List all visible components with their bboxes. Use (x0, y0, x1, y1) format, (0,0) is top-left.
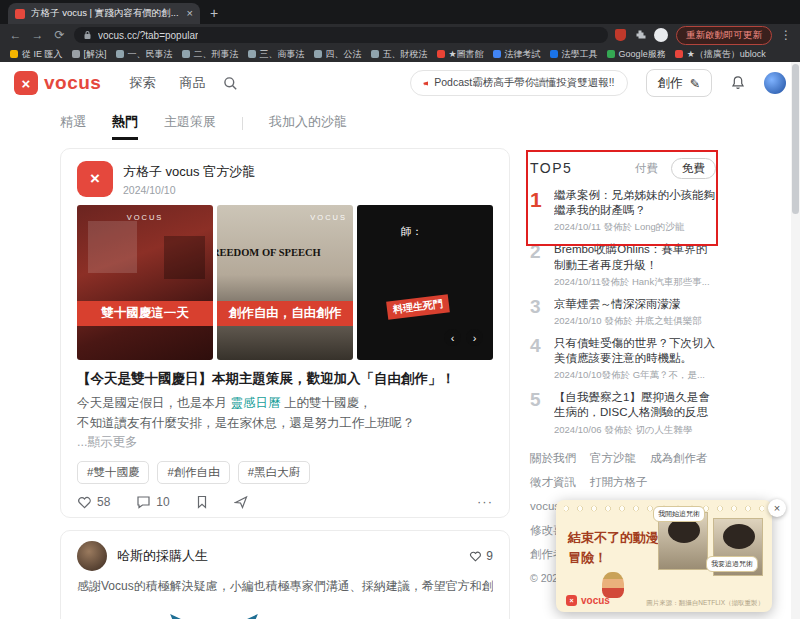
top5-item-title[interactable]: 繼承案例：兄弟姊妹的小孩能夠繼承我的財產嗎？ (554, 188, 716, 218)
header-nav: 探索 商品 (129, 74, 205, 92)
page-scrollbar-thumb[interactable] (792, 64, 799, 214)
address-bar[interactable]: vocus.cc/?tab=popular (74, 27, 608, 43)
tab-popular[interactable]: 熱門 (112, 113, 138, 140)
nav-explore[interactable]: 探索 (129, 74, 155, 92)
bookmark-favicon (607, 50, 615, 58)
bookmark-folder-icon (116, 50, 124, 58)
promo-search-banner[interactable]: Podcast霸榜高手帶你讀懂投資雙週報!! (410, 70, 628, 96)
body-text: 今天是國定假日，也是本月 (77, 396, 230, 410)
comment-icon (136, 495, 151, 509)
post-image-cat[interactable] (99, 603, 329, 619)
carousel-image-2[interactable]: VOCUS REEDOM OF SPEECH 創作自由，自由創作 (217, 205, 353, 360)
footer-link-open-vocus[interactable]: 打開方格子 (590, 475, 648, 490)
notifications-bell-icon[interactable] (730, 75, 746, 91)
bookmark-item[interactable]: 從 IE 匯入 (10, 48, 63, 61)
bookmark-label: 五、財稅法 (383, 48, 428, 61)
image-caption-band: 創作自由，自由創作 (217, 301, 353, 326)
carousel-prev-icon[interactable]: ‹ (444, 329, 461, 346)
tab-my-salons[interactable]: 我加入的沙龍 (269, 113, 347, 140)
extensions-puzzle-icon[interactable] (634, 29, 646, 41)
feed-tabs: 精選 熱門 主題策展 我加入的沙龍 (60, 104, 347, 140)
footer-link-official-salon[interactable]: 官方沙龍 (590, 451, 636, 466)
inspiration-calendar-link[interactable]: 靈感日曆 (230, 396, 280, 410)
top5-tab-paid[interactable]: 付費 (635, 161, 658, 176)
bookmark-item[interactable]: 法律考試 (493, 48, 541, 61)
reload-icon[interactable]: ⟳ (52, 28, 67, 42)
bookmark-label: 法律考試 (505, 48, 541, 61)
top5-item[interactable]: 3 京華煙雲～情深深雨濛濛 2024/10/10 發佈於 井底之蛙俱樂部 (530, 297, 716, 328)
bookmark-item[interactable]: ★圖書館 (437, 48, 484, 61)
author-avatar[interactable] (77, 541, 107, 571)
bookmark-item[interactable]: 二、刑事法 (182, 48, 239, 61)
author-avatar[interactable]: × (77, 161, 113, 197)
user-avatar[interactable] (764, 72, 786, 94)
rank-number: 1 (530, 188, 546, 234)
tag-chip[interactable]: #創作自由 (157, 461, 229, 484)
share-button[interactable] (234, 495, 248, 509)
carousel-image-1[interactable]: VOCUS 雙十國慶這一天 (77, 205, 213, 360)
bookmark-item[interactable]: Google服務 (607, 48, 666, 61)
top5-item-title[interactable]: Brembo收購Öhlins：賽車界的制動王者再度升級！ (554, 242, 716, 272)
tag-chip[interactable]: #黑白大廚 (238, 461, 310, 484)
new-tab-button[interactable]: + (210, 5, 218, 21)
browser-tab[interactable]: 方格子 vocus | 實踐內容有價的創... × (8, 3, 200, 24)
tab-featured[interactable]: 精選 (60, 113, 86, 140)
footer-link-jobs[interactable]: 徵才資訊 (530, 475, 576, 490)
bookmark-item[interactable]: ★（擋廣告）ublock (675, 48, 766, 61)
popup-close-icon[interactable]: × (768, 499, 786, 517)
post-image-carousel[interactable]: VOCUS 雙十國慶這一天 VOCUS REEDOM OF SPEECH 創作自… (77, 205, 493, 360)
browser-update-button[interactable]: 重新啟動即可更新 (676, 26, 772, 45)
vocus-logo[interactable]: × vocus (14, 71, 101, 95)
author-name[interactable]: 方格子 vocus 官方沙龍 (123, 163, 255, 181)
footer-link-about[interactable]: 關於我們 (530, 451, 576, 466)
popup-image-source: 圖片來源：翻攝自NETFLIX（擷取重製） (646, 599, 764, 608)
bookmark-item[interactable]: 四、公法 (314, 48, 362, 61)
like-button[interactable]: 9 (469, 549, 493, 563)
top5-item-meta: 2024/10/10 發佈於 井底之蛙俱樂部 (554, 315, 702, 328)
top5-item[interactable]: 2 Brembo收購Öhlins：賽車界的制動王者再度升級！ 2024/10/1… (530, 242, 716, 288)
create-button[interactable]: 創作 ✎ (646, 69, 712, 97)
top5-item-title[interactable]: 只有債蛙受傷的世界？下次切入美債應該要注意的時機點。 (554, 336, 716, 366)
top5-item[interactable]: 1 繼承案例：兄弟姊妹的小孩能夠繼承我的財產嗎？ 2024/10/11 發佈於 … (530, 188, 716, 234)
bookmark-label: 二、刑事法 (194, 48, 239, 61)
page-scrollbar-track[interactable] (791, 62, 800, 619)
ad-popup[interactable]: 結束不了的動漫冒險！ 我開始追咒術 我要追過咒術 × vocus 圖片來源：翻攝… (556, 500, 772, 612)
bookmark-item[interactable]: [解決] (72, 48, 107, 61)
browser-menu-icon[interactable]: ⋮ (780, 28, 792, 42)
bookmark-item[interactable]: 三、商事法 (248, 48, 305, 61)
show-more-link[interactable]: ...顯示更多 (77, 434, 493, 451)
top5-list: 1 繼承案例：兄弟姊妹的小孩能夠繼承我的財產嗎？ 2024/10/11 發佈於 … (530, 188, 716, 437)
bookmark-button[interactable] (196, 495, 208, 509)
top5-item-title[interactable]: 京華煙雲～情深深雨濛濛 (554, 297, 702, 312)
footer-link-become-creator[interactable]: 成為創作者 (650, 451, 708, 466)
back-icon[interactable]: ← (8, 28, 23, 42)
bookmark-label: 三、商事法 (260, 48, 305, 61)
create-button-label: 創作 (658, 75, 683, 92)
body-text: 不知道讀友有什麼安排，是在家休息，還是努力工作上班呢？ (77, 416, 415, 430)
tab-close-icon[interactable]: × (187, 8, 193, 19)
nav-shop[interactable]: 商品 (179, 74, 205, 92)
author-name[interactable]: 哈斯的採購人生 (117, 547, 208, 565)
forward-icon[interactable]: → (30, 28, 45, 42)
top5-item-meta: 2024/10/06 發佈於 切の人生雜學 (554, 424, 716, 437)
ublock-extension-icon[interactable] (615, 29, 626, 41)
top5-item[interactable]: 4 只有債蛙受傷的世界？下次切入美債應該要注意的時機點。 2024/10/10發… (530, 336, 716, 382)
top5-item[interactable]: 5 【自我覺察之1】壓抑過久是會生病的，DISC人格測驗的反思 2024/10/… (530, 390, 716, 436)
bookmark-item[interactable]: 一、民事法 (116, 48, 173, 61)
bookmark-item[interactable]: 五、財稅法 (371, 48, 428, 61)
post-title[interactable]: 【今天是雙十國慶日】本期主題策展，歡迎加入「自由創作」！ (77, 370, 493, 388)
browser-profile-avatar[interactable] (654, 28, 668, 42)
top5-item-title[interactable]: 【自我覺察之1】壓抑過久是會生病的，DISC人格測驗的反思 (554, 390, 716, 420)
carousel-next-icon[interactable]: › (466, 329, 483, 346)
collage-block (88, 221, 137, 274)
like-button[interactable]: 58 (77, 495, 110, 509)
address-row: ← → ⟳ vocus.cc/?tab=popular 重新啟動即可更新 ⋮ (0, 24, 800, 46)
comment-button[interactable]: 10 (136, 495, 169, 509)
tag-chip[interactable]: #雙十國慶 (77, 461, 149, 484)
top5-tab-free[interactable]: 免費 (671, 158, 716, 179)
tab-curation[interactable]: 主題策展 (164, 113, 216, 140)
post-more-icon[interactable]: ··· (477, 494, 493, 509)
vocus-logo-icon: × (14, 71, 38, 95)
search-icon[interactable] (223, 76, 238, 91)
bookmark-item[interactable]: 法學工具 (550, 48, 598, 61)
